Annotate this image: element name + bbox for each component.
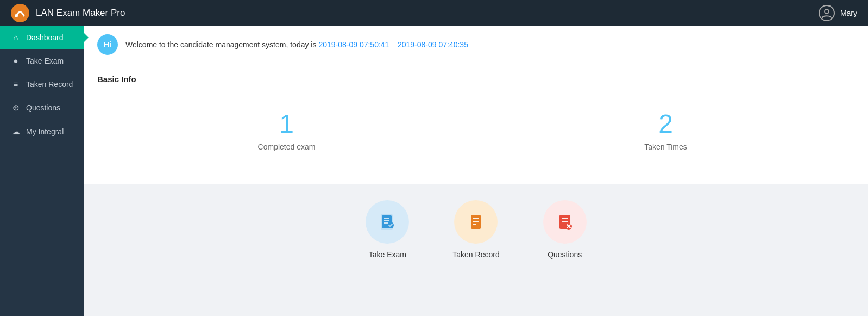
user-name: Mary <box>840 9 857 17</box>
sidebar-item-questions[interactable]: ⊕ Questions <box>0 96 84 120</box>
sidebar-item-taken-record[interactable]: ≡ Taken Record <box>0 72 84 96</box>
basic-info-title: Basic Info <box>97 75 855 84</box>
take-exam-circle <box>366 200 409 244</box>
app-title: LAN Exam Maker Pro <box>36 8 125 18</box>
header: LAN Exam Maker Pro Mary <box>0 0 868 26</box>
logo-icon <box>11 4 29 22</box>
welcome-date1: 2019-08-09 07:50:41 <box>318 40 389 49</box>
sidebar-label-taken-record: Taken Record <box>26 80 73 89</box>
questions-action-label: Questions <box>548 250 582 259</box>
taken-times-number: 2 <box>658 111 673 137</box>
sidebar-label-dashboard: Dashboard <box>26 33 64 42</box>
svg-point-2 <box>825 9 829 14</box>
action-taken-record[interactable]: Taken Record <box>452 200 499 259</box>
sidebar-label-questions: Questions <box>26 103 60 112</box>
stat-completed-exam: 1 Completed exam <box>97 95 476 168</box>
taken-times-label: Taken Times <box>644 142 687 151</box>
welcome-static-text: Welcome to the candidate management syst… <box>125 40 316 49</box>
completed-exam-number: 1 <box>279 111 294 137</box>
sidebar-label-take-exam: Take Exam <box>26 57 64 65</box>
hi-badge: Hi <box>97 34 118 55</box>
basic-info-card: Basic Info 1 Completed exam 2 Taken Time… <box>84 64 868 184</box>
svg-point-0 <box>11 4 29 22</box>
welcome-text: Welcome to the candidate management syst… <box>125 40 468 49</box>
sidebar: ⌂ Dashboard ● Take Exam ≡ Taken Record ⊕… <box>0 26 84 316</box>
integral-icon: ☁ <box>11 127 21 137</box>
sidebar-label-my-integral: My Integral <box>26 127 64 136</box>
taken-record-circle <box>454 200 498 244</box>
list-icon: ≡ <box>11 79 21 89</box>
welcome-date2: 2019-08-09 07:40:35 <box>398 40 468 49</box>
completed-exam-label: Completed exam <box>258 142 316 151</box>
header-left: LAN Exam Maker Pro <box>11 4 125 22</box>
content-area: Hi Welcome to the candidate management s… <box>84 26 868 316</box>
svg-rect-9 <box>471 215 481 229</box>
plus-circle-icon: ⊕ <box>11 103 21 113</box>
taken-record-action-label: Taken Record <box>452 250 499 259</box>
sidebar-item-take-exam[interactable]: ● Take Exam <box>0 49 84 72</box>
sidebar-item-my-integral[interactable]: ☁ My Integral <box>0 120 84 144</box>
main-layout: ⌂ Dashboard ● Take Exam ≡ Taken Record ⊕… <box>0 26 868 316</box>
welcome-banner: Hi Welcome to the candidate management s… <box>84 26 868 64</box>
circle-icon: ● <box>11 56 21 65</box>
home-icon: ⌂ <box>11 33 21 42</box>
questions-circle <box>543 200 587 244</box>
svg-point-1 <box>15 14 18 17</box>
header-right: Mary <box>819 5 857 21</box>
sidebar-item-dashboard[interactable]: ⌂ Dashboard <box>0 26 84 49</box>
bottom-action-area: Take Exam Taken Record <box>84 184 868 275</box>
action-questions[interactable]: Questions <box>543 200 587 259</box>
take-exam-action-label: Take Exam <box>369 250 406 259</box>
stat-taken-times: 2 Taken Times <box>476 95 855 168</box>
stats-row: 1 Completed exam 2 Taken Times <box>97 95 855 168</box>
action-take-exam[interactable]: Take Exam <box>366 200 409 259</box>
user-avatar-icon <box>819 5 835 21</box>
